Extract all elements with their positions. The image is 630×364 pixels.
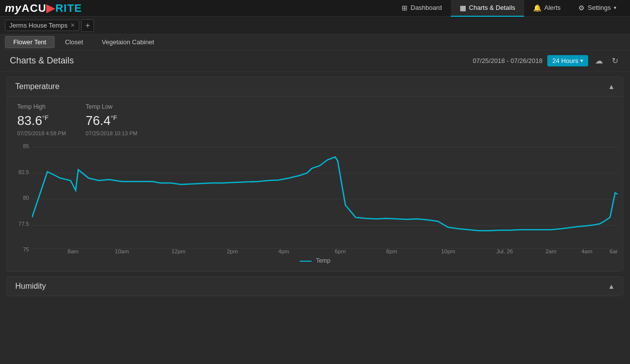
y-label-80: 80 <box>12 195 29 201</box>
charts-icon: ▦ <box>460 4 466 12</box>
refresh-icon: ↻ <box>612 57 618 65</box>
svg-text:6am: 6am <box>610 248 618 254</box>
main-content: Temperature ▲ Temp High 83.6°F 07/25/201… <box>0 72 630 364</box>
time-select-dropdown[interactable]: 24 Hours ▾ <box>547 55 588 66</box>
topnav: myACU▶RITE ⊞ Dashboard ▦ Charts & Detail… <box>0 0 630 17</box>
svg-text:10am: 10am <box>115 248 129 254</box>
subtab-vegcab-label: Vegetaion Cabinet <box>102 38 154 46</box>
temperature-section: Temperature ▲ Temp High 83.6°F 07/25/201… <box>7 77 623 272</box>
y-label-75: 75 <box>12 246 29 252</box>
humidity-collapse-icon: ▲ <box>608 282 615 290</box>
svg-text:4pm: 4pm <box>278 248 289 254</box>
stats-row: Temp High 83.6°F 07/25/2018 4:58 PM Temp… <box>7 96 623 141</box>
temperature-collapse-button[interactable]: ▲ <box>608 83 615 91</box>
svg-text:2am: 2am <box>545 248 556 254</box>
subtab-flower-tent[interactable]: Flower Tent <box>5 36 55 48</box>
y-label-82_5: 82.5 <box>12 169 29 175</box>
nav-charts[interactable]: ▦ Charts & Details <box>451 0 524 17</box>
add-tab-icon: + <box>86 21 90 30</box>
main-tab-label: Jerms House Temps <box>9 22 67 29</box>
humidity-section: Humidity ▲ <box>7 276 623 296</box>
temp-low-date: 07/25/2018 10:13 PM <box>86 130 137 136</box>
settings-dropdown-icon: ▾ <box>614 5 616 10</box>
chart-canvas: 8am 10am 12pm 2pm 4pm 6pm 8pm 10pm Jul. … <box>32 141 618 254</box>
svg-text:Jul. 26: Jul. 26 <box>496 248 513 254</box>
svg-text:12pm: 12pm <box>171 248 186 254</box>
nav-dashboard[interactable]: ⊞ Dashboard <box>393 0 451 17</box>
main-tab[interactable]: Jerms House Temps ✕ <box>5 20 79 31</box>
alerts-icon: 🔔 <box>533 4 541 12</box>
svg-text:10pm: 10pm <box>441 248 455 254</box>
main-tab-close-icon: ✕ <box>70 22 75 29</box>
brand-acu: ACU <box>22 2 47 14</box>
svg-text:4am: 4am <box>581 248 592 254</box>
temp-low-stat: Temp Low 76.4°F 07/25/2018 10:13 PM <box>86 103 137 136</box>
settings-icon: ⚙ <box>578 4 585 12</box>
temp-high-value: 83.6°F <box>17 113 66 128</box>
svg-text:8pm: 8pm <box>386 248 397 254</box>
subtab-flower-tent-label: Flower Tent <box>13 38 46 46</box>
temp-high-label: Temp High <box>17 103 66 110</box>
temp-high-stat: Temp High 83.6°F 07/25/2018 4:58 PM <box>17 103 66 136</box>
temperature-chart-svg: 8am 10am 12pm 2pm 4pm 6pm 8pm 10pm Jul. … <box>32 141 618 254</box>
upload-icon: ☁ <box>595 57 603 65</box>
svg-text:6pm: 6pm <box>335 248 346 254</box>
header-controls: 07/25/2018 - 07/26/2018 24 Hours ▾ ☁ ↻ <box>473 55 620 66</box>
dashboard-icon: ⊞ <box>402 4 408 12</box>
temperature-title: Temperature <box>15 82 60 91</box>
temp-low-unit: °F <box>111 114 117 121</box>
subtabbar: Flower Tent Closet Vegetaion Cabinet <box>0 34 630 50</box>
nav-alerts[interactable]: 🔔 Alerts <box>524 0 569 17</box>
brand-my: my <box>5 2 22 14</box>
nav-dashboard-label: Dashboard <box>410 4 442 11</box>
humidity-collapse-button[interactable]: ▲ <box>608 282 615 290</box>
brand-logo: myACU▶RITE <box>5 2 82 15</box>
temp-legend-item: Temp <box>300 257 330 264</box>
nav-settings[interactable]: ⚙ Settings ▾ <box>569 0 625 17</box>
refresh-button[interactable]: ↻ <box>610 55 620 66</box>
nav-items: ⊞ Dashboard ▦ Charts & Details 🔔 Alerts … <box>393 0 625 17</box>
temp-legend-line <box>300 261 312 262</box>
add-tab-button[interactable]: + <box>81 19 94 32</box>
svg-text:2pm: 2pm <box>227 248 238 254</box>
temp-low-value: 76.4°F <box>86 113 137 128</box>
chart-area: 85 82.5 80 77.5 75 <box>7 141 623 271</box>
temp-high-unit: °F <box>42 114 49 121</box>
humidity-title: Humidity <box>15 282 46 291</box>
y-label-77_5: 77.5 <box>12 221 29 227</box>
chart-legend: Temp <box>12 254 618 266</box>
brand-arrow: ▶ <box>46 2 55 14</box>
page-title: Charts & Details <box>10 56 473 66</box>
time-select-value: 24 Hours <box>552 57 578 64</box>
temp-high-date: 07/25/2018 4:58 PM <box>17 130 66 136</box>
nav-alerts-label: Alerts <box>544 4 561 11</box>
subtab-vegcab[interactable]: Vegetaion Cabinet <box>94 36 162 48</box>
y-axis: 85 82.5 80 77.5 75 <box>12 141 32 254</box>
upload-button[interactable]: ☁ <box>593 55 605 66</box>
svg-text:8am: 8am <box>67 248 78 254</box>
subtab-closet-label: Closet <box>65 38 83 46</box>
subtab-closet[interactable]: Closet <box>57 36 92 48</box>
date-range: 07/25/2018 - 07/26/2018 <box>473 57 543 64</box>
temp-low-label: Temp Low <box>86 103 137 110</box>
temp-legend-label: Temp <box>316 257 330 264</box>
tabbar: Jerms House Temps ✕ + <box>0 17 630 34</box>
temperature-header: Temperature ▲ <box>7 77 623 96</box>
humidity-header: Humidity ▲ <box>7 277 623 296</box>
page-header: Charts & Details 07/25/2018 - 07/26/2018… <box>0 50 630 72</box>
time-select-arrow-icon: ▾ <box>580 58 583 64</box>
chart-wrapper: 85 82.5 80 77.5 75 <box>12 141 618 254</box>
nav-settings-label: Settings <box>588 4 611 11</box>
nav-charts-label: Charts & Details <box>469 4 515 11</box>
collapse-icon: ▲ <box>608 83 615 91</box>
y-label-85: 85 <box>12 143 29 149</box>
brand-rite: RITE <box>55 2 82 14</box>
